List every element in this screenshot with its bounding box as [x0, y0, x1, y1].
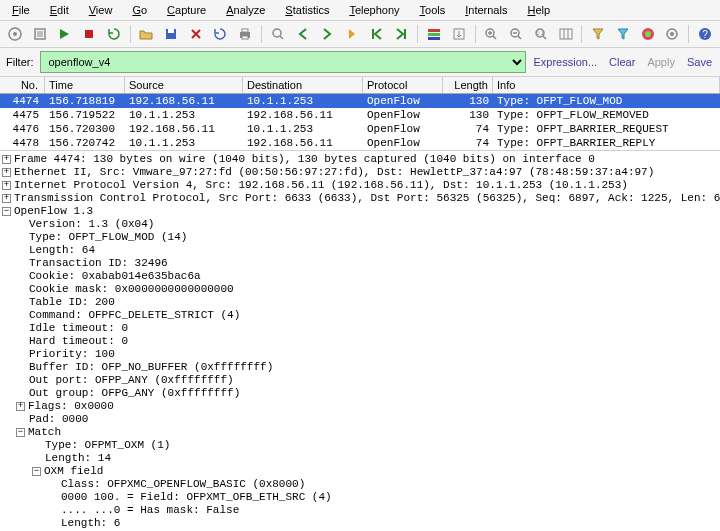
print-icon[interactable] — [234, 23, 256, 45]
tree-frame[interactable]: Frame 4474: 130 bytes on wire (1040 bits… — [14, 153, 595, 165]
tree-openflow[interactable]: OpenFlow 1.3 — [14, 205, 93, 217]
tree-field[interactable]: Cookie mask: 0x0000000000000000 — [29, 283, 234, 295]
first-icon[interactable] — [366, 23, 388, 45]
tree-field[interactable]: Hard timeout: 0 — [29, 335, 128, 347]
packet-row[interactable]: 4476 156.720300 192.168.56.11 10.1.1.253… — [0, 122, 720, 136]
filter-clear[interactable]: Clear — [605, 56, 639, 68]
interfaces-icon[interactable] — [4, 23, 26, 45]
resize-cols-icon[interactable] — [555, 23, 577, 45]
tree-field[interactable]: Length: 14 — [45, 452, 111, 464]
next-icon[interactable] — [316, 23, 338, 45]
expand-icon[interactable]: + — [2, 194, 11, 203]
options-icon[interactable] — [29, 23, 51, 45]
autoscroll-icon[interactable] — [448, 23, 470, 45]
menu-help[interactable]: Help — [519, 2, 558, 18]
menu-go[interactable]: Go — [124, 2, 155, 18]
save-icon[interactable] — [160, 23, 182, 45]
tree-field[interactable]: Out group: OFPG_ANY (0xffffffff) — [29, 387, 240, 399]
menu-capture[interactable]: Capture — [159, 2, 214, 18]
tree-match[interactable]: Match — [28, 426, 61, 438]
collapse-icon[interactable]: − — [16, 428, 25, 437]
expand-icon[interactable]: + — [2, 168, 11, 177]
zoom100-icon[interactable]: 1:1 — [530, 23, 552, 45]
menu-tools[interactable]: Tools — [412, 2, 454, 18]
tree-field[interactable]: Priority: 100 — [29, 348, 115, 360]
expand-icon[interactable]: + — [16, 402, 25, 411]
col-time[interactable]: Time — [45, 77, 125, 93]
goto-icon[interactable] — [341, 23, 363, 45]
tree-field[interactable]: Class: OFPXMC_OPENFLOW_BASIC (0x8000) — [61, 478, 305, 490]
tree-field[interactable]: Table ID: 200 — [29, 296, 115, 308]
last-icon[interactable] — [391, 23, 413, 45]
toolbar: 1:1 ? — [0, 21, 720, 48]
tree-ip[interactable]: Internet Protocol Version 4, Src: 192.16… — [14, 179, 628, 191]
tree-field[interactable]: Version: 1.3 (0x04) — [29, 218, 154, 230]
tree-field[interactable]: Command: OFPFC_DELETE_STRICT (4) — [29, 309, 240, 321]
close-icon[interactable] — [185, 23, 207, 45]
reload-icon[interactable] — [210, 23, 232, 45]
col-info[interactable]: Info — [493, 77, 720, 93]
open-icon[interactable] — [136, 23, 158, 45]
packet-list-header[interactable]: No. Time Source Destination Protocol Len… — [0, 77, 720, 94]
coloring-rules-icon[interactable] — [637, 23, 659, 45]
col-src[interactable]: Source — [125, 77, 243, 93]
find-icon[interactable] — [267, 23, 289, 45]
tree-field[interactable]: Type: OFPT_FLOW_MOD (14) — [29, 231, 187, 243]
filter-expression[interactable]: Expression... — [530, 56, 602, 68]
col-proto[interactable]: Protocol — [363, 77, 443, 93]
tree-eth[interactable]: Ethernet II, Src: Vmware_97:27:fd (00:50… — [14, 166, 654, 178]
packet-row[interactable]: 4474 156.718819 192.168.56.11 10.1.1.253… — [0, 94, 720, 108]
menu-file[interactable]: File — [4, 2, 38, 18]
col-dst[interactable]: Destination — [243, 77, 363, 93]
filter-apply[interactable]: Apply — [643, 56, 679, 68]
tree-field[interactable]: Buffer ID: OFP_NO_BUFFER (0xffffffff) — [29, 361, 273, 373]
tree-field[interactable]: .... ...0 = Has mask: False — [61, 504, 239, 516]
prev-icon[interactable] — [292, 23, 314, 45]
svg-text:1:1: 1:1 — [536, 30, 543, 36]
display-filters-icon[interactable] — [612, 23, 634, 45]
tree-field[interactable]: Pad: 0000 — [29, 413, 88, 425]
help-icon[interactable]: ? — [694, 23, 716, 45]
menu-bar: File Edit View Go Capture Analyze Statis… — [0, 0, 720, 21]
menu-telephony[interactable]: Telephony — [341, 2, 407, 18]
svg-rect-3 — [85, 30, 93, 38]
col-no[interactable]: No. — [0, 77, 45, 93]
stop-icon[interactable] — [78, 23, 100, 45]
prefs-icon[interactable] — [662, 23, 684, 45]
colorize-icon[interactable] — [423, 23, 445, 45]
tree-field[interactable]: Length: 64 — [29, 244, 95, 256]
menu-statistics[interactable]: Statistics — [277, 2, 337, 18]
expand-icon[interactable]: + — [2, 181, 11, 190]
tree-field[interactable]: Out port: OFPP_ANY (0xffffffff) — [29, 374, 234, 386]
svg-point-9 — [273, 29, 281, 37]
packet-details[interactable]: +Frame 4474: 130 bytes on wire (1040 bit… — [0, 151, 720, 531]
tree-tcp[interactable]: Transmission Control Protocol, Src Port:… — [14, 192, 720, 204]
packet-row[interactable]: 4475 156.719522 10.1.1.253 192.168.56.11… — [0, 108, 720, 122]
filter-input[interactable]: openflow_v4 — [40, 51, 526, 73]
zoomin-icon[interactable] — [481, 23, 503, 45]
packet-row[interactable]: 4478 156.720742 10.1.1.253 192.168.56.11… — [0, 136, 720, 150]
filter-save[interactable]: Save — [683, 56, 716, 68]
svg-rect-11 — [428, 33, 440, 36]
tree-field[interactable]: Transaction ID: 32496 — [29, 257, 168, 269]
menu-internals[interactable]: Internals — [457, 2, 515, 18]
tree-flags[interactable]: Flags: 0x0000 — [28, 400, 114, 412]
tree-field[interactable]: Idle timeout: 0 — [29, 322, 128, 334]
capture-filters-icon[interactable] — [587, 23, 609, 45]
tree-field[interactable]: 0000 100. = Field: OFPXMT_OFB_ETH_SRC (4… — [61, 491, 332, 503]
tree-field[interactable]: Cookie: 0xabab014e635bac6a — [29, 270, 201, 282]
restart-icon[interactable] — [103, 23, 125, 45]
collapse-icon[interactable]: − — [2, 207, 11, 216]
menu-edit[interactable]: Edit — [42, 2, 77, 18]
zoomout-icon[interactable] — [505, 23, 527, 45]
tree-oxm[interactable]: OXM field — [44, 465, 103, 477]
col-len[interactable]: Length — [443, 77, 493, 93]
tree-field[interactable]: Type: OFPMT_OXM (1) — [45, 439, 170, 451]
menu-analyze[interactable]: Analyze — [218, 2, 273, 18]
tree-field[interactable]: Length: 6 — [61, 517, 120, 529]
filter-bar: Filter: openflow_v4 Expression... Clear … — [0, 48, 720, 77]
start-icon[interactable] — [53, 23, 75, 45]
menu-view[interactable]: View — [81, 2, 121, 18]
expand-icon[interactable]: + — [2, 155, 11, 164]
collapse-icon[interactable]: − — [32, 467, 41, 476]
